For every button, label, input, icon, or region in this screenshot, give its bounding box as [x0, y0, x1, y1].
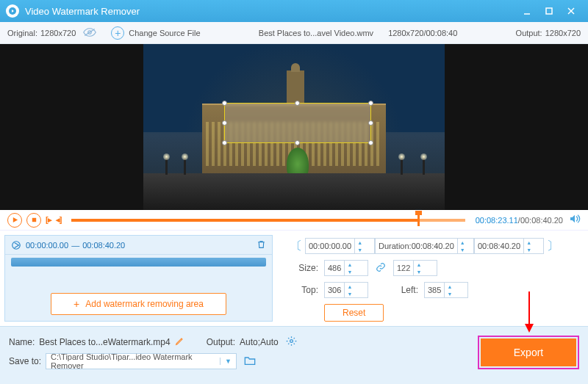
- left-field[interactable]: 385 ▲▼: [424, 282, 468, 298]
- original-size: 1280x720: [40, 29, 76, 37]
- svg-line-6: [85, 29, 96, 35]
- resize-handle[interactable]: [222, 120, 227, 126]
- stepper-up[interactable]: ▲: [458, 239, 467, 246]
- add-watermark-area-button[interactable]: + Add watermark removing area: [51, 293, 226, 315]
- stepper-down[interactable]: ▼: [345, 268, 354, 275]
- add-area-label: Add watermark removing area: [85, 299, 204, 309]
- height-field[interactable]: 122 ▲▼: [393, 260, 437, 276]
- video-canvas: [143, 44, 445, 210]
- svg-rect-7: [32, 218, 35, 222]
- width-field[interactable]: 486 ▲▼: [324, 260, 368, 276]
- clip-start: 00:00:00.00: [26, 241, 68, 250]
- saveto-label: Save to:: [9, 356, 41, 366]
- trim-duration-value: 00:08:40.20: [412, 242, 454, 250]
- top-value: 306: [328, 286, 341, 294]
- properties-panel: 〔 00:00:00.00 ▲▼ Duration:00:08:40.20 ▲▼…: [277, 231, 588, 326]
- reset-button[interactable]: Reset: [324, 304, 384, 322]
- delete-clip-icon[interactable]: [257, 239, 266, 251]
- path-dropdown-icon[interactable]: ▼: [220, 358, 236, 365]
- resize-handle[interactable]: [222, 140, 227, 145]
- resize-handle[interactable]: [222, 101, 227, 106]
- clip-end: 00:08:40.20: [82, 241, 125, 250]
- save-path-combo[interactable]: C:\Tipard Studio\Tipar...ideo Watermark …: [46, 353, 237, 369]
- output-format-value: Auto;Auto: [240, 337, 279, 347]
- export-button[interactable]: Export: [481, 338, 576, 366]
- original-label: Original:: [7, 29, 37, 37]
- stepper-up[interactable]: ▲: [355, 239, 365, 246]
- playback-controls: [▸ ◂] 00:08:23.11/00:08:40.20: [0, 210, 588, 231]
- stepper-up[interactable]: ▲: [345, 283, 354, 290]
- bracket-right-icon[interactable]: 〕: [547, 239, 559, 254]
- left-label: Left:: [395, 285, 418, 295]
- trim-start-field[interactable]: 00:00:00.00 ▲▼: [305, 238, 375, 254]
- resize-handle[interactable]: [368, 101, 373, 106]
- source-meta: 1280x720/00:08:40: [388, 29, 457, 37]
- resize-handle[interactable]: [368, 140, 373, 145]
- play-button[interactable]: [7, 213, 22, 228]
- segment-icon: [11, 240, 21, 250]
- set-start-button[interactable]: [▸: [46, 215, 51, 225]
- stepper-down[interactable]: ▼: [355, 246, 365, 253]
- watermark-selection-box[interactable]: [224, 103, 371, 143]
- bottombar: Name: Best Places to...eWatermark.mp4 Ou…: [0, 326, 588, 384]
- output-format-label: Output:: [207, 337, 235, 347]
- stop-button[interactable]: [26, 213, 41, 228]
- trim-duration-field[interactable]: Duration:00:08:40.20 ▲▼: [375, 238, 474, 254]
- time-display: 00:08:23.11/00:08:40.20: [476, 216, 563, 225]
- workarea: 00:00:00.00 — 00:08:40.20 + Add watermar…: [0, 231, 588, 326]
- app-title: Video Watermark Remover: [25, 6, 140, 17]
- plus-icon: +: [74, 298, 79, 310]
- height-value: 122: [397, 264, 410, 272]
- output-settings-icon[interactable]: [286, 336, 297, 349]
- trim-start-value: 00:00:00.00: [309, 242, 351, 250]
- top-field[interactable]: 306 ▲▼: [324, 282, 368, 298]
- top-label: Top:: [287, 285, 318, 295]
- stepper-down[interactable]: ▼: [445, 290, 454, 297]
- width-value: 486: [328, 264, 341, 272]
- output-label: Output:: [516, 29, 542, 37]
- clips-panel: 00:00:00.00 — 00:08:40.20 + Add watermar…: [4, 235, 273, 322]
- clip-row[interactable]: 00:00:00.00 — 00:08:40.20: [5, 236, 272, 255]
- maximize-button[interactable]: [538, 0, 560, 22]
- bracket-left-icon[interactable]: 〔: [290, 239, 302, 254]
- stepper-up[interactable]: ▲: [345, 261, 354, 268]
- minimize-button[interactable]: [516, 0, 538, 22]
- save-path-value: C:\Tipard Studio\Tipar...ideo Watermark …: [46, 352, 220, 370]
- link-aspect-icon[interactable]: [376, 262, 386, 275]
- timeline-slider[interactable]: [71, 217, 465, 224]
- name-label: Name:: [9, 337, 35, 347]
- preview-toggle-icon[interactable]: [83, 28, 96, 38]
- resize-handle[interactable]: [295, 101, 300, 106]
- svg-point-9: [290, 340, 293, 343]
- video-preview[interactable]: [0, 44, 588, 210]
- trim-end-field[interactable]: 00:08:40.20 ▲▼: [474, 238, 544, 254]
- stepper-up[interactable]: ▲: [445, 283, 454, 290]
- close-button[interactable]: [560, 0, 582, 22]
- resize-handle[interactable]: [368, 120, 373, 126]
- svg-rect-2: [546, 8, 552, 14]
- set-end-button[interactable]: ◂]: [56, 215, 62, 225]
- stepper-down[interactable]: ▼: [458, 246, 467, 253]
- change-source-label: Change Source File: [129, 29, 200, 37]
- stepper-up[interactable]: ▲: [524, 239, 534, 246]
- reset-label: Reset: [343, 308, 365, 318]
- change-source-button[interactable]: + Change Source File: [111, 26, 200, 40]
- total-time: 00:08:40.20: [520, 216, 563, 225]
- stepper-down[interactable]: ▼: [524, 246, 534, 253]
- clip-sep: —: [71, 241, 79, 250]
- edit-name-icon[interactable]: [175, 336, 184, 348]
- app-logo-icon: [6, 4, 19, 18]
- resize-handle[interactable]: [295, 140, 300, 145]
- size-label: Size:: [287, 263, 318, 273]
- timeline-thumb[interactable]: [417, 214, 420, 226]
- volume-icon[interactable]: [569, 214, 581, 227]
- clip-track[interactable]: [11, 258, 266, 267]
- stepper-down[interactable]: ▼: [345, 290, 354, 297]
- stepper-down[interactable]: ▼: [414, 268, 423, 275]
- left-value: 385: [428, 286, 441, 294]
- open-folder-icon[interactable]: [244, 355, 256, 368]
- stepper-up[interactable]: ▲: [414, 261, 423, 268]
- output-name: Best Places to...eWatermark.mp4: [39, 337, 170, 347]
- titlebar: Video Watermark Remover: [0, 0, 588, 22]
- export-label: Export: [514, 347, 543, 358]
